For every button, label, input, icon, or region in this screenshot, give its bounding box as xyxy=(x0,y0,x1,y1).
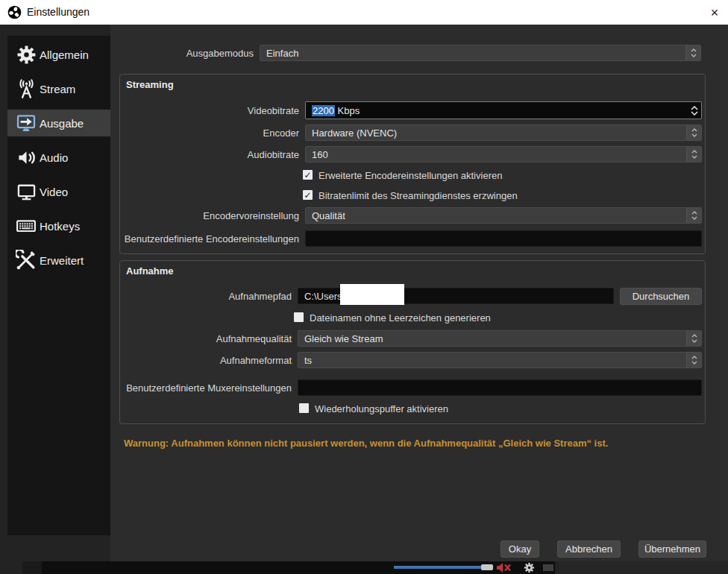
apply-button[interactable]: Übernehmen xyxy=(638,540,706,558)
okay-button[interactable]: Okay xyxy=(501,540,539,558)
main-window-panel-edge xyxy=(0,561,22,574)
recording-quality-select[interactable]: Gleich wie Stream xyxy=(298,330,702,347)
no-space-filenames-checkbox[interactable] xyxy=(294,312,304,322)
chevron-up-down-icon[interactable] xyxy=(686,331,701,346)
bitrate-suffix: Kbps xyxy=(335,105,360,116)
encoder-label: Encoder xyxy=(120,127,299,139)
recording-group: Aufnahme Aufnahmepfad C:\Users\ Durchsuc… xyxy=(119,260,706,424)
recording-quality-value: Gleich wie Stream xyxy=(298,333,686,344)
chevron-up-down-icon[interactable] xyxy=(686,125,701,140)
encoder-select[interactable]: Hardware (NVENC) xyxy=(305,124,702,141)
output-mode-select[interactable]: Einfach xyxy=(260,45,701,61)
sidebar-item-ausgabe[interactable]: Ausgabe xyxy=(7,110,110,136)
audio-bitrate-select[interactable]: 160 xyxy=(305,146,702,163)
volume-slider[interactable] xyxy=(394,566,482,569)
custom-encoder-input[interactable] xyxy=(305,230,702,247)
gear-icon xyxy=(13,45,40,65)
advanced-encoder-checkbox-label: Erweiterte Encodereinstellungen aktivier… xyxy=(318,170,502,181)
output-mode-value: Einfach xyxy=(260,48,685,59)
chevron-up-down-icon[interactable] xyxy=(686,208,701,223)
stepper-up-down-icon[interactable] xyxy=(688,102,701,119)
window-title: Einstellungen xyxy=(27,6,90,18)
encoder-preset-label: Encodervoreinstellung xyxy=(120,210,299,221)
video-bitrate-value: 2200 Kbps xyxy=(306,105,688,116)
sidebar-item-stream[interactable]: Stream xyxy=(7,75,110,102)
redaction-box xyxy=(340,284,404,305)
mixer-control[interactable] xyxy=(543,564,553,571)
recording-format-label: Aufnahmeformat xyxy=(120,355,292,366)
cancel-button[interactable]: Abbrechen xyxy=(557,540,621,558)
muxer-settings-input[interactable] xyxy=(298,379,702,396)
muxer-settings-label: Benutzerdefinierte Muxereinstellungen xyxy=(120,382,292,394)
sidebar-label-erweitert: Erweitert xyxy=(40,254,84,267)
muted-speaker-icon[interactable] xyxy=(496,563,521,573)
broadcast-icon xyxy=(13,79,40,99)
close-icon[interactable]: × xyxy=(706,4,724,22)
audio-bitrate-value: 160 xyxy=(306,149,686,160)
recording-format-value: ts xyxy=(298,355,686,366)
audio-bitrate-label: Audiobitrate xyxy=(120,149,299,160)
sidebar-label-ausgabe: Ausgabe xyxy=(40,117,84,130)
warning-text: Warnung: Aufnahmen können nicht pausiert… xyxy=(124,438,608,449)
browse-button[interactable]: Durchsuchen xyxy=(620,288,702,305)
keyboard-icon xyxy=(13,215,40,236)
no-space-filenames-checkbox-label: Dateinamen ohne Leerzeichen generieren xyxy=(310,312,491,324)
sidebar-label-audio: Audio xyxy=(40,151,68,164)
encoder-preset-value: Qualität xyxy=(306,210,686,221)
speaker-icon xyxy=(13,148,40,168)
sidebar-label-hotkeys: Hotkeys xyxy=(40,220,80,233)
video-bitrate-label: Videobitrate xyxy=(120,105,299,116)
sidebar-label-stream: Stream xyxy=(40,83,75,95)
recording-path-label: Aufnahmepfad xyxy=(120,291,292,302)
recording-quality-label: Aufnahmequalität xyxy=(120,333,292,344)
obs-logo-icon xyxy=(7,5,22,19)
settings-dialog: Allgemein Stream xyxy=(0,25,728,561)
tools-icon xyxy=(13,250,40,271)
replay-buffer-checkbox[interactable] xyxy=(299,403,309,413)
sidebar-label-video: Video xyxy=(40,186,68,198)
sidebar-label-allgemein: Allgemein xyxy=(40,48,89,61)
recording-format-select[interactable]: ts xyxy=(298,352,702,368)
gear-icon[interactable] xyxy=(524,562,535,573)
encoder-value: Hardware (NVENC) xyxy=(306,127,686,139)
sidebar-item-hotkeys[interactable]: Hotkeys xyxy=(7,212,110,239)
custom-encoder-label: Benutzerdefinierte Encodereinstellungen xyxy=(120,233,299,245)
video-bitrate-input[interactable]: 2200 Kbps xyxy=(305,101,702,119)
main-window-strip xyxy=(0,561,728,574)
monitor-arrow-icon xyxy=(13,113,40,133)
main-window-panel-edge xyxy=(22,561,42,574)
volume-slider-handle[interactable] xyxy=(481,564,493,570)
selected-text: 2200 xyxy=(312,105,335,116)
advanced-encoder-checkbox[interactable]: ✓ xyxy=(303,170,313,180)
recording-group-title: Aufnahme xyxy=(126,265,174,277)
encoder-preset-select[interactable]: Qualität xyxy=(305,207,702,224)
sidebar-item-video[interactable]: Video xyxy=(7,178,110,205)
sidebar-item-audio[interactable]: Audio xyxy=(7,144,110,171)
window-titlebar: Einstellungen × xyxy=(0,0,728,25)
chevron-up-down-icon[interactable] xyxy=(685,45,700,60)
replay-buffer-checkbox-label: Wiederholungspuffer aktivieren xyxy=(315,403,448,414)
sidebar: Allgemein Stream xyxy=(7,36,110,535)
output-mode-label: Ausgabemodus xyxy=(110,48,254,59)
monitor-icon xyxy=(13,182,40,202)
streaming-group-title: Streaming xyxy=(126,79,174,90)
chevron-up-down-icon[interactable] xyxy=(686,353,701,368)
chevron-up-down-icon[interactable] xyxy=(686,147,701,162)
main-window-right-panel xyxy=(559,561,728,574)
sidebar-item-allgemein[interactable]: Allgemein xyxy=(7,41,110,68)
enforce-bitrate-checkbox[interactable]: ✓ xyxy=(303,190,313,200)
sidebar-item-erweitert[interactable]: Erweitert xyxy=(7,247,110,274)
enforce-bitrate-checkbox-label: Bitratenlimit des Streamingdienstes erzw… xyxy=(318,190,518,201)
streaming-group: Streaming Videobitrate 2200 Kbps Encoder… xyxy=(119,74,706,254)
